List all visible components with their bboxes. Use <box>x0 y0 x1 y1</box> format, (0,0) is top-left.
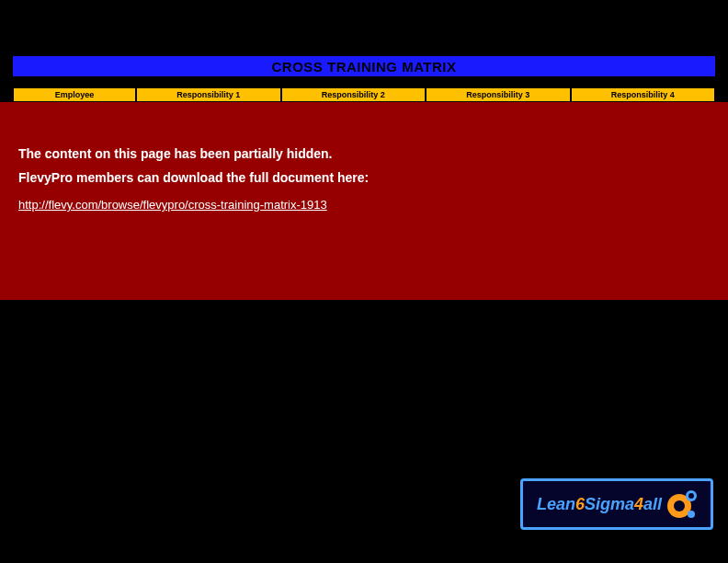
header-resp-4: Responsibility 4 <box>571 87 716 102</box>
header-resp-3: Responsibility 3 <box>426 87 571 102</box>
gear-icon <box>665 488 697 520</box>
title-bar: CROSS TRAINING MATRIX <box>13 56 715 76</box>
logo-text: Lean6Sigma4all <box>537 495 662 514</box>
hidden-content-overlay: The content on this page has been partia… <box>0 102 728 300</box>
overlay-message-2: FlevyPro members can download the full d… <box>18 170 710 185</box>
table-header-row: Employee Responsibility 1 Responsibility… <box>13 87 715 102</box>
download-link[interactable]: http://flevy.com/browse/flevypro/cross-t… <box>18 198 327 212</box>
brand-logo: Lean6Sigma4all <box>520 478 713 530</box>
page-title: CROSS TRAINING MATRIX <box>271 59 456 75</box>
header-resp-1: Responsibility 1 <box>136 87 281 102</box>
overlay-message-1: The content on this page has been partia… <box>18 146 710 161</box>
header-employee: Employee <box>13 87 136 102</box>
header-resp-2: Responsibility 2 <box>281 87 427 102</box>
